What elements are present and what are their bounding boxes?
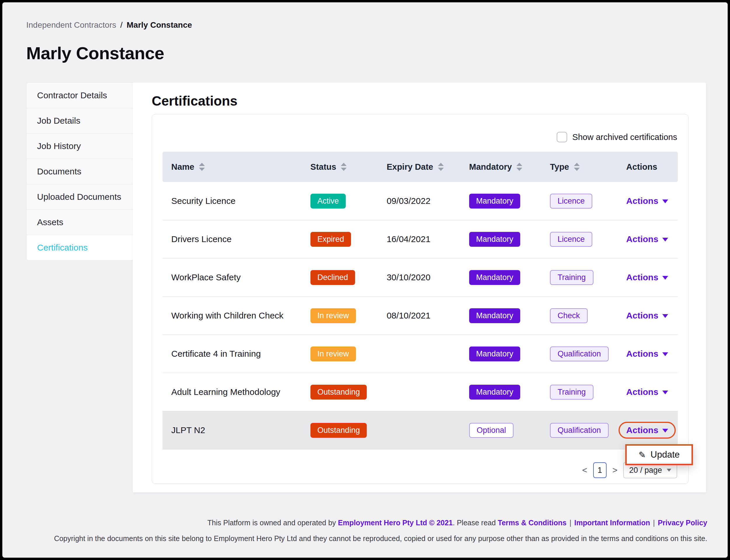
- actions-button[interactable]: Actions: [626, 234, 668, 244]
- actions-cell: Actions: [617, 272, 678, 282]
- type-badge: Licence: [550, 232, 592, 247]
- status-cell: Outstanding: [302, 423, 378, 438]
- privacy-policy-link[interactable]: Privacy Policy: [658, 519, 707, 527]
- table-row: Working with Children CheckIn review08/1…: [162, 297, 678, 335]
- status-badge: Outstanding: [310, 423, 367, 438]
- column-header-name[interactable]: Name: [162, 162, 302, 172]
- mandatory-badge: Optional: [469, 423, 514, 438]
- cert-name: Drivers Licence: [162, 234, 302, 244]
- sidebar-item-job-details[interactable]: Job Details: [26, 108, 135, 134]
- show-archived-checkbox[interactable]: [557, 132, 567, 142]
- mandatory-cell: Mandatory: [461, 232, 541, 247]
- type-badge: Licence: [550, 194, 592, 209]
- actions-dropdown-menu: ✎ Update: [625, 444, 693, 465]
- actions-button[interactable]: Actions: [626, 425, 668, 435]
- actions-cell: Actions: [617, 387, 678, 397]
- table-row: Certificate 4 in TrainingIn reviewMandat…: [162, 335, 678, 373]
- expiry-date: 30/10/2020: [378, 272, 461, 282]
- footer-text-middle: . Please read: [453, 519, 498, 527]
- type-badge: Training: [550, 270, 594, 285]
- sidebar-item-certifications[interactable]: Certifications: [26, 235, 135, 260]
- column-header-type[interactable]: Type: [541, 162, 617, 172]
- employment-hero-link[interactable]: Employment Hero Pty Ltd © 2021: [338, 519, 453, 527]
- table-row: JLPT N2OutstandingOptionalQualificationA…: [162, 411, 678, 449]
- column-header-status[interactable]: Status: [302, 162, 378, 172]
- section-title: Certifications: [152, 93, 237, 109]
- type-cell: Training: [541, 385, 617, 400]
- column-header-mandatory[interactable]: Mandatory: [461, 162, 541, 172]
- sidebar-item-uploaded-documents[interactable]: Uploaded Documents: [26, 184, 135, 210]
- table-row: Drivers LicenceExpired16/04/2021Mandator…: [162, 220, 678, 258]
- actions-button[interactable]: Actions: [626, 196, 668, 206]
- sidebar-item-job-history[interactable]: Job History: [26, 133, 135, 159]
- sort-icon: [517, 163, 522, 171]
- certifications-card: Show archived certifications NameStatusE…: [152, 114, 689, 484]
- actions-label: Actions: [626, 311, 658, 321]
- footer-text-before: This Platform is owned and operated by: [207, 519, 338, 527]
- sidebar-item-contractor-details[interactable]: Contractor Details: [26, 83, 135, 108]
- important-info-link[interactable]: Important Information: [574, 519, 650, 527]
- footer-line1: This Platform is owned and operated by E…: [207, 519, 707, 527]
- type-badge: Training: [550, 385, 594, 400]
- type-cell: Qualification: [541, 347, 617, 361]
- actions-button[interactable]: Actions: [626, 272, 668, 282]
- pencil-icon: ✎: [638, 450, 646, 460]
- status-cell: Expired: [302, 232, 378, 247]
- menu-item-update[interactable]: ✎ Update: [627, 446, 692, 464]
- mandatory-cell: Optional: [461, 423, 541, 438]
- show-archived-label: Show archived certifications: [573, 132, 677, 142]
- caret-down-icon: [662, 276, 668, 283]
- footer-separator: |: [570, 519, 572, 527]
- actions-cell: Actions: [617, 234, 678, 244]
- expiry-date: 09/03/2022: [378, 196, 461, 206]
- footer-separator: |: [653, 519, 655, 527]
- sort-icon: [574, 163, 580, 171]
- screenshot-frame: Independent Contractors/Marly Constance …: [0, 0, 730, 560]
- mandatory-cell: Mandatory: [461, 347, 541, 361]
- actions-cell: Actions: [617, 422, 678, 439]
- type-cell: Licence: [541, 194, 617, 209]
- status-cell: Active: [302, 194, 378, 209]
- page-number-button[interactable]: 1: [593, 462, 607, 478]
- type-badge: Qualification: [550, 347, 609, 361]
- actions-button[interactable]: Actions: [626, 387, 668, 397]
- terms-link[interactable]: Terms & Conditions: [498, 519, 567, 527]
- mandatory-badge: Mandatory: [469, 347, 521, 361]
- column-label: Name: [171, 162, 194, 172]
- caret-down-icon: [662, 352, 668, 359]
- table-row: Security LicenceActive09/03/2022Mandator…: [162, 182, 678, 220]
- mandatory-cell: Mandatory: [461, 194, 541, 209]
- expiry-date: 16/04/2021: [378, 234, 461, 244]
- next-page-button[interactable]: >: [612, 465, 618, 475]
- breadcrumb-parent[interactable]: Independent Contractors: [26, 20, 116, 29]
- column-label: Type: [550, 162, 569, 172]
- table-row: Adult Learning MethodologyOutstandingMan…: [162, 373, 678, 411]
- certifications-table: NameStatusExpiry DateMandatoryTypeAction…: [162, 152, 678, 449]
- status-cell: In review: [302, 308, 378, 323]
- type-badge: Qualification: [550, 423, 609, 438]
- show-archived-row: Show archived certifications: [557, 132, 677, 142]
- page: Independent Contractors/Marly Constance …: [2, 2, 728, 558]
- breadcrumb-separator: /: [120, 20, 122, 29]
- chevron-down-icon: [667, 469, 671, 474]
- column-label: Mandatory: [469, 162, 512, 172]
- column-header-expiry-date[interactable]: Expiry Date: [378, 162, 461, 172]
- status-badge: Outstanding: [310, 385, 367, 400]
- column-label: Status: [310, 162, 336, 172]
- breadcrumb-current: Marly Constance: [127, 20, 192, 29]
- type-cell: Check: [541, 308, 617, 323]
- actions-cell: Actions: [617, 349, 678, 359]
- actions-label: Actions: [626, 196, 658, 206]
- caret-down-icon: [662, 391, 668, 397]
- actions-button[interactable]: Actions: [626, 349, 668, 359]
- status-badge: Active: [310, 194, 346, 209]
- menu-item-update-label: Update: [651, 449, 680, 460]
- sidebar-item-assets[interactable]: Assets: [26, 209, 135, 235]
- prev-page-button[interactable]: <: [582, 465, 587, 475]
- expiry-date: 08/10/2021: [378, 311, 461, 321]
- mandatory-badge: Mandatory: [469, 270, 521, 285]
- sidebar-item-documents[interactable]: Documents: [26, 159, 135, 184]
- mandatory-badge: Mandatory: [469, 385, 521, 400]
- caret-down-icon: [662, 429, 668, 435]
- actions-button[interactable]: Actions: [626, 311, 668, 321]
